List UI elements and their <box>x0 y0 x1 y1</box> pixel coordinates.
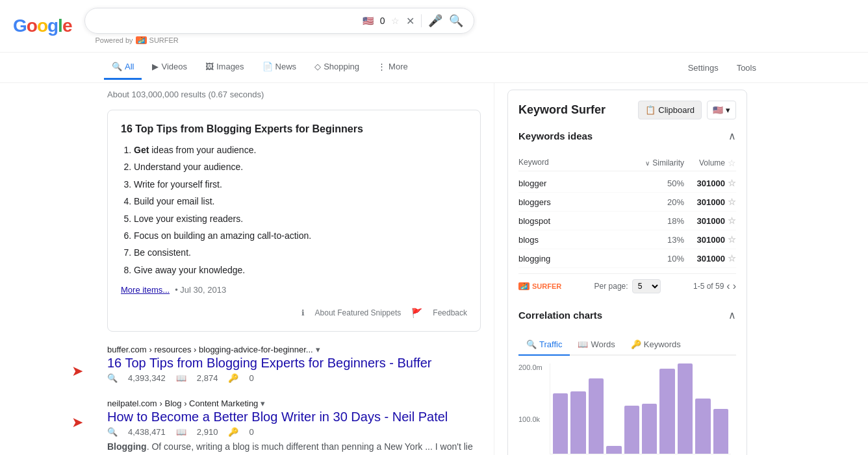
traffic-icon-1: 🔍 <box>107 373 118 383</box>
star-2[interactable]: ☆ <box>728 215 736 226</box>
kw-vol-1: 301000 ☆ <box>684 197 736 207</box>
snippet-list: Get ideas from your audience. Understand… <box>134 143 467 277</box>
bar-wrapper-8 <box>678 363 693 454</box>
search-submit-icon[interactable]: 🔍 <box>449 14 463 28</box>
tab-keywords[interactable]: 🔑 Keywords <box>623 334 689 356</box>
nav-item-images[interactable]: 🖼 Images <box>198 55 252 80</box>
bar-wrapper-5 <box>624 363 639 454</box>
similarity-label: Similarity <box>652 158 684 167</box>
per-page-select[interactable]: 5 10 20 <box>632 279 661 293</box>
kw-sim-2: 18% <box>632 216 684 226</box>
kw-name-3: blogs <box>518 235 632 245</box>
dropdown-icon-1[interactable]: ▾ <box>316 345 320 354</box>
dropdown-icon-2[interactable]: ▾ <box>261 399 265 408</box>
info-icon: ℹ <box>301 308 305 317</box>
nav-item-more[interactable]: ⋮ More <box>370 55 416 80</box>
snippet-date: • Jul 30, 2013 <box>175 285 226 295</box>
header: Google how to become better at blogging … <box>0 0 868 53</box>
nav-item-news[interactable]: 📄 News <box>255 55 305 80</box>
list-item: Be consistent. <box>134 245 467 260</box>
kw-sim-1: 20% <box>632 197 684 207</box>
nav-item-videos[interactable]: ▶ Videos <box>144 55 195 80</box>
star-3[interactable]: ☆ <box>728 234 736 245</box>
bar-wrapper-4 <box>606 363 621 454</box>
star-0[interactable]: ☆ <box>728 178 736 188</box>
star-icon[interactable]: ☆ <box>391 16 400 26</box>
result-snippet-2: Blogging. Of course, writing a blog is m… <box>107 439 481 455</box>
close-icon[interactable]: ✕ <box>406 15 415 27</box>
breadcrumb-2: › Blog › Content Marketing <box>160 399 259 408</box>
keywords-section-title: Keywords ideas <box>518 130 593 141</box>
more-icon: ⋮ <box>377 62 386 71</box>
list-item: Build your email list. <box>134 194 467 208</box>
divider <box>421 14 422 27</box>
prev-page-button[interactable]: ‹ <box>726 280 730 292</box>
search-bar: how to become better at blogging 🇺🇸 0 ☆ … <box>84 8 474 34</box>
bar-wrapper-9 <box>695 363 710 454</box>
mic-icon[interactable]: 🎤 <box>428 14 442 28</box>
kw-name-0: blogger <box>518 178 632 188</box>
nav-label-news: News <box>275 62 297 71</box>
clipboard-button[interactable]: 📋 Clipboard <box>638 101 702 119</box>
featured-snippet: 16 Top Tips from Blogging Experts for Be… <box>107 110 481 332</box>
traffic-tab-label: Traffic <box>539 339 562 349</box>
next-page-button[interactable]: › <box>733 280 736 292</box>
corr-collapse-button[interactable]: ∧ <box>728 309 736 321</box>
chevron-sort-similarity[interactable]: ∨ <box>645 160 650 167</box>
list-item: Understand your audience. <box>134 160 467 174</box>
keywords-icon-1: 🔑 <box>228 373 238 383</box>
result-title-2[interactable]: How to Become a Better Blog Writer in 30… <box>107 410 481 424</box>
clipboard-label: Clipboard <box>658 105 695 115</box>
correlation-section: Correlation charts ∧ 🔍 Traffic 📖 Words 🔑 <box>518 309 736 455</box>
kw-name-4: blogging <box>518 254 632 264</box>
pagination-text: 1-5 of 59 <box>693 282 724 291</box>
main: About 103,000,000 results (0.67 seconds)… <box>0 83 868 455</box>
list-item: Give away your knowledge. <box>134 263 467 277</box>
kw-vol-value-2: 301000 <box>697 216 725 226</box>
star-1[interactable]: ☆ <box>728 197 736 207</box>
corr-section-header: Correlation charts ∧ <box>518 309 736 326</box>
star-4[interactable]: ☆ <box>728 253 736 264</box>
flag-select[interactable]: 🇺🇸 ▾ <box>707 101 736 119</box>
search-result-1: ➤ buffer.com › resources › blogging-advi… <box>107 345 481 383</box>
star-header-icon[interactable]: ☆ <box>728 158 736 168</box>
site-2: neilpatel.com <box>107 399 157 408</box>
keywords-collapse-button[interactable]: ∧ <box>728 130 736 142</box>
kw-table-header: Keyword ∨ Similarity Volume ☆ <box>518 155 736 171</box>
result-url-2: neilpatel.com › Blog › Content Marketing… <box>107 399 481 408</box>
arrow-icon-1: ➤ <box>71 363 83 380</box>
bar-9 <box>695 399 710 454</box>
chart-area: 200.0m 100.0k <box>518 363 736 455</box>
list-item: Get ideas from your audience. <box>134 143 467 157</box>
volume-label: Volume <box>699 158 725 167</box>
nav-item-all[interactable]: 🔍 All <box>104 55 142 80</box>
all-icon: 🔍 <box>112 62 122 71</box>
pagination: 1-5 of 59 ‹ › <box>693 280 736 292</box>
tab-words[interactable]: 📖 Words <box>570 334 622 356</box>
nav-item-shopping[interactable]: ◇ Shopping <box>307 55 367 80</box>
panel-actions: 📋 Clipboard 🇺🇸 ▾ <box>638 101 736 119</box>
result-title-1[interactable]: 16 Top Tips from Blogging Experts for Be… <box>107 356 481 371</box>
nav-label-videos: Videos <box>161 62 187 71</box>
flag-icon: 🇺🇸 <box>363 16 374 26</box>
nav-settings[interactable]: Settings <box>680 56 726 79</box>
y-max-label: 200.0m <box>518 363 542 371</box>
snippet-text-1: . Of course, writing a blog is much diff… <box>107 441 473 455</box>
powered-by-text: Powered by <box>95 36 133 44</box>
bar-wrapper-6 <box>642 363 657 454</box>
keywords-value-2: 0 <box>249 427 253 437</box>
traffic-tab-icon: 🔍 <box>526 339 537 349</box>
nav-tools[interactable]: Tools <box>729 56 764 79</box>
more-items-link[interactable]: More items... <box>121 285 170 295</box>
surfer-logo-small: 🏄 SURFER <box>518 282 561 290</box>
surfer-small-icon: 🏄 <box>518 282 530 290</box>
tab-traffic[interactable]: 🔍 Traffic <box>518 334 570 356</box>
search-input[interactable]: how to become better at blogging <box>96 15 355 27</box>
y-mid-label: 100.0k <box>518 415 540 423</box>
traffic-value-1: 4,393,342 <box>128 373 166 383</box>
snippet-footer: ℹ About Featured Snippets 🚩 Feedback <box>121 300 467 318</box>
nav-bar: 🔍 All ▶ Videos 🖼 Images 📄 News ◇ Shoppin… <box>0 53 868 83</box>
featured-snippets-label: About Featured Snippets <box>315 308 402 317</box>
kw-vol-value-3: 301000 <box>697 235 725 245</box>
bar-10 <box>713 409 728 454</box>
